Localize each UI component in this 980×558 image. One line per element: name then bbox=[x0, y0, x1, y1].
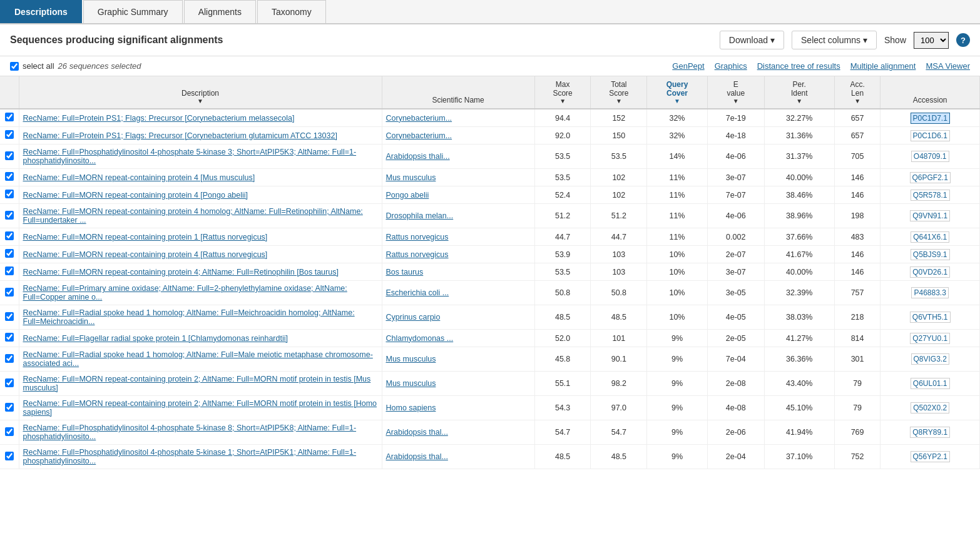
col-header-max-score[interactable]: MaxScore ▼ bbox=[534, 76, 591, 109]
accession-link[interactable]: Q27YU0.1 bbox=[910, 333, 950, 344]
row-checkbox[interactable] bbox=[5, 312, 14, 321]
row-scientific-name[interactable]: Pongo abelii bbox=[382, 186, 534, 204]
description-link[interactable]: RecName: Full=Primary amine oxidase; Alt… bbox=[23, 284, 347, 302]
row-acc-len: 752 bbox=[834, 445, 880, 469]
row-checkbox[interactable] bbox=[5, 231, 14, 240]
row-per-ident: 40.00% bbox=[764, 263, 834, 281]
accession-link[interactable]: Q6PGF2.1 bbox=[910, 172, 951, 183]
nav-distance-tree[interactable]: Distance tree of results bbox=[757, 61, 840, 71]
row-scientific-name[interactable]: Corynebacterium... bbox=[382, 127, 534, 145]
row-scientific-name[interactable]: Rattus norvegicus bbox=[382, 246, 534, 263]
accession-link[interactable]: Q9VN91.1 bbox=[910, 210, 950, 221]
row-scientific-name[interactable]: Arabidopsis thali... bbox=[382, 145, 534, 169]
description-link[interactable]: RecName: Full=MORN repeat-containing pro… bbox=[23, 399, 377, 417]
row-checkbox[interactable] bbox=[5, 130, 14, 139]
description-link[interactable]: RecName: Full=Radial spoke head 1 homolo… bbox=[23, 308, 355, 326]
description-link[interactable]: RecName: Full=MORN repeat-containing pro… bbox=[23, 268, 339, 276]
row-scientific-name[interactable]: Mus musculus bbox=[382, 169, 534, 186]
description-link[interactable]: RecName: Full=Flagellar radial spoke pro… bbox=[23, 334, 288, 343]
accession-link[interactable]: Q6UL01.1 bbox=[911, 378, 950, 389]
row-scientific-name[interactable]: Rattus norvegicus bbox=[382, 228, 534, 246]
col-header-scientific-name[interactable]: Scientific Name bbox=[382, 76, 534, 109]
row-description: RecName: Full=MORN repeat-containing pro… bbox=[19, 186, 382, 204]
description-link[interactable]: RecName: Full=MORN repeat-containing pro… bbox=[23, 191, 248, 200]
row-checkbox[interactable] bbox=[5, 113, 14, 121]
row-checkbox[interactable] bbox=[5, 452, 14, 460]
col-header-description[interactable]: Description ▼ bbox=[19, 76, 382, 109]
accession-link[interactable]: Q56YP2.1 bbox=[911, 451, 950, 462]
description-link[interactable]: RecName: Full=MORN repeat-containing pro… bbox=[23, 250, 268, 259]
row-scientific-name[interactable]: Corynebacterium... bbox=[382, 109, 534, 127]
tab-taxonomy[interactable]: Taxonomy bbox=[257, 0, 326, 23]
nav-genpept[interactable]: GenPept bbox=[672, 61, 704, 71]
select-all-checkbox[interactable] bbox=[10, 62, 19, 71]
col-header-per-ident[interactable]: Per.Ident ▼ bbox=[764, 76, 834, 109]
description-link[interactable]: RecName: Full=MORN repeat-containing pro… bbox=[23, 207, 363, 225]
row-scientific-name[interactable]: Drosophila melan... bbox=[382, 204, 534, 228]
row-checkbox[interactable] bbox=[5, 354, 14, 363]
row-scientific-name[interactable]: Homo sapiens bbox=[382, 396, 534, 420]
description-link[interactable]: RecName: Full=Protein PS1; Flags: Precur… bbox=[23, 131, 337, 140]
accession-link[interactable]: Q0VD26.1 bbox=[910, 266, 950, 278]
row-scientific-name[interactable]: Mus musculus bbox=[382, 372, 534, 396]
nav-graphics[interactable]: Graphics bbox=[715, 61, 747, 71]
nav-multiple-alignment[interactable]: Multiple alignment bbox=[850, 61, 916, 71]
description-link[interactable]: RecName: Full=MORN repeat-containing pro… bbox=[23, 375, 371, 392]
row-checkbox[interactable] bbox=[5, 172, 14, 181]
description-link[interactable]: RecName: Full=Phosphatidylinositol 4-pho… bbox=[23, 148, 357, 165]
table-row: RecName: Full=Protein PS1; Flags: Precur… bbox=[0, 109, 980, 127]
row-scientific-name[interactable]: Arabidopsis thal... bbox=[382, 420, 534, 445]
tab-alignments[interactable]: Alignments bbox=[184, 0, 256, 23]
row-scientific-name[interactable]: Cyprinus carpio bbox=[382, 305, 534, 330]
col-header-e-value[interactable]: Evalue ▼ bbox=[707, 76, 764, 109]
row-scientific-name[interactable]: Bos taurus bbox=[382, 263, 534, 281]
row-per-ident: 40.00% bbox=[764, 169, 834, 186]
accession-link[interactable]: Q8RY89.1 bbox=[910, 427, 950, 438]
accession-link[interactable]: Q5R578.1 bbox=[911, 190, 950, 201]
row-checkbox[interactable] bbox=[5, 211, 14, 220]
row-checkbox[interactable] bbox=[5, 378, 14, 387]
row-description: RecName: Full=MORN repeat-containing pro… bbox=[19, 169, 382, 186]
row-checkbox[interactable] bbox=[5, 266, 14, 275]
row-max-score: 53.5 bbox=[534, 169, 591, 186]
row-checkbox[interactable] bbox=[5, 403, 14, 412]
description-link[interactable]: RecName: Full=Phosphatidylinositol 4-pho… bbox=[23, 424, 357, 441]
accession-link[interactable]: Q502X0.2 bbox=[911, 402, 949, 413]
row-checkbox[interactable] bbox=[5, 427, 14, 436]
row-checkbox[interactable] bbox=[5, 333, 14, 342]
description-link[interactable]: RecName: Full=MORN repeat-containing pro… bbox=[23, 233, 268, 241]
row-scientific-name[interactable]: Mus musculus bbox=[382, 347, 534, 372]
description-link[interactable]: RecName: Full=Phosphatidylinositol 4-pho… bbox=[23, 448, 357, 465]
accession-link[interactable]: Q641X6.1 bbox=[911, 231, 949, 243]
col-header-query-cover[interactable]: QueryCover ▼ bbox=[647, 76, 707, 109]
row-e-value: 3e-05 bbox=[707, 281, 764, 305]
row-total-score: 50.8 bbox=[591, 281, 647, 305]
tab-graphic-summary[interactable]: Graphic Summary bbox=[83, 0, 183, 23]
row-checkbox[interactable] bbox=[5, 190, 14, 198]
accession-link[interactable]: O48709.1 bbox=[911, 151, 949, 162]
description-link[interactable]: RecName: Full=Protein PS1; Flags: Precur… bbox=[23, 114, 295, 123]
accession-link[interactable]: Q8VIG3.2 bbox=[911, 353, 949, 365]
row-scientific-name[interactable]: Arabidopsis thal... bbox=[382, 445, 534, 469]
row-scientific-name[interactable]: Chlamydomonas ... bbox=[382, 330, 534, 347]
accession-link[interactable]: Q5BJS9.1 bbox=[911, 249, 950, 260]
accession-link[interactable]: Q6VTH5.1 bbox=[910, 312, 951, 323]
accession-link[interactable]: P0C1D7.1 bbox=[911, 113, 950, 124]
download-button[interactable]: Download ▾ bbox=[720, 31, 784, 49]
select-columns-button[interactable]: Select columns ▾ bbox=[792, 31, 877, 49]
row-checkbox[interactable] bbox=[5, 288, 14, 297]
show-select[interactable]: 100 50 200 bbox=[914, 32, 949, 49]
accession-link[interactable]: P0C1D6.1 bbox=[911, 130, 950, 141]
nav-msa-viewer[interactable]: MSA Viewer bbox=[926, 61, 970, 71]
description-link[interactable]: RecName: Full=Radial spoke head 1 homolo… bbox=[23, 350, 373, 368]
accession-link[interactable]: P46883.3 bbox=[911, 287, 948, 298]
row-scientific-name[interactable]: Escherichia coli ... bbox=[382, 281, 534, 305]
col-header-accession[interactable]: Accession bbox=[880, 76, 980, 109]
col-header-acc-len[interactable]: Acc.Len ▼ bbox=[834, 76, 880, 109]
tab-descriptions[interactable]: Descriptions bbox=[0, 0, 82, 23]
help-icon[interactable]: ? bbox=[956, 33, 970, 47]
description-link[interactable]: RecName: Full=MORN repeat-containing pro… bbox=[23, 173, 255, 182]
row-checkbox[interactable] bbox=[5, 249, 14, 258]
col-header-total-score[interactable]: TotalScore ▼ bbox=[591, 76, 647, 109]
row-checkbox[interactable] bbox=[5, 151, 14, 160]
